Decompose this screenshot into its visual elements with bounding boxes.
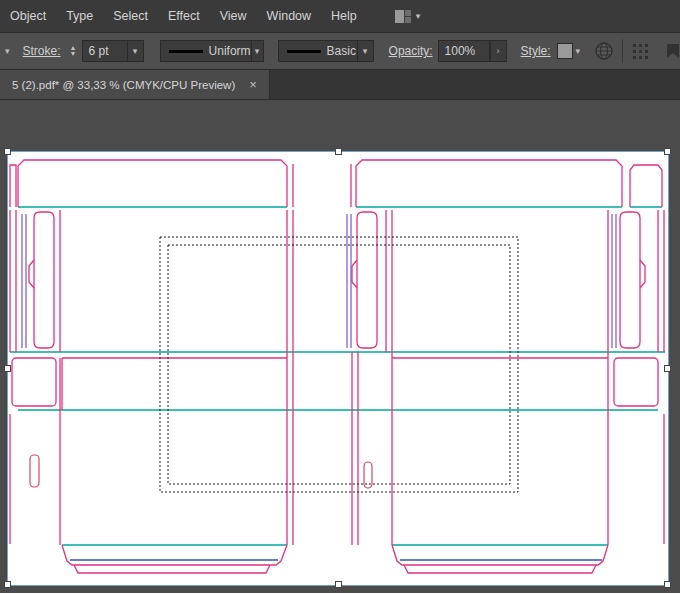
menu-select[interactable]: Select bbox=[103, 9, 158, 23]
menu-type[interactable]: Type bbox=[56, 9, 103, 23]
selection-handle[interactable] bbox=[335, 581, 342, 588]
stroke-weight-value: 6 pt bbox=[83, 44, 115, 58]
basic-brush-preview-icon bbox=[287, 50, 321, 53]
style-label[interactable]: Style: bbox=[521, 44, 551, 58]
appearance-dropdown-chevron-icon[interactable]: ▾ bbox=[5, 47, 10, 56]
selection-handle[interactable] bbox=[664, 581, 671, 588]
chevron-down-icon[interactable]: ▾ bbox=[357, 41, 373, 61]
divider bbox=[622, 39, 623, 63]
canvas[interactable] bbox=[0, 100, 680, 593]
crease-lines bbox=[10, 207, 665, 545]
menu-view[interactable]: View bbox=[210, 9, 257, 23]
opacity-field[interactable]: 100% bbox=[438, 40, 490, 62]
selection-handle[interactable] bbox=[4, 365, 11, 372]
menu-object[interactable]: Object bbox=[0, 9, 56, 23]
selection-handle[interactable] bbox=[4, 581, 11, 588]
stroke-profile-dropdown[interactable]: Uniform ▾ bbox=[160, 40, 264, 62]
cut-lines bbox=[10, 160, 664, 573]
pixel-grid-icon[interactable] bbox=[631, 42, 649, 60]
menu-help[interactable]: Help bbox=[321, 9, 367, 23]
graphic-style-swatch[interactable] bbox=[557, 43, 573, 59]
close-tab-icon[interactable]: × bbox=[249, 77, 257, 92]
document-tab-bar: 5 (2).pdf* @ 33,33 % (CMYK/CPU Preview) … bbox=[0, 70, 680, 100]
selection-handle[interactable] bbox=[335, 148, 342, 155]
chevron-right-icon: › bbox=[497, 47, 500, 56]
artboard[interactable] bbox=[8, 152, 668, 585]
uniform-profile-preview-icon bbox=[169, 50, 203, 53]
opacity-value: 100% bbox=[439, 44, 482, 58]
document-tab[interactable]: 5 (2).pdf* @ 33,33 % (CMYK/CPU Preview) … bbox=[0, 70, 270, 99]
document-tab-title: 5 (2).pdf* @ 33,33 % (CMYK/CPU Preview) bbox=[12, 79, 235, 91]
chevron-down-icon[interactable]: ▾ bbox=[251, 41, 263, 61]
perforation-window bbox=[160, 237, 518, 492]
workspace-switcher-button[interactable]: ▾ bbox=[395, 10, 421, 23]
dieline-drawing[interactable] bbox=[8, 152, 668, 585]
chevron-down-icon[interactable]: ▾ bbox=[576, 47, 581, 56]
stepper-down-icon: ▼ bbox=[67, 51, 80, 57]
workspace-icon bbox=[395, 10, 411, 23]
selection-handle[interactable] bbox=[664, 148, 671, 155]
opacity-expand-button[interactable]: › bbox=[490, 40, 507, 62]
control-bar: ▾ Stroke: ▲▼ 6 pt ▾ Uniform ▾ Basic ▾ Op… bbox=[0, 33, 680, 70]
stroke-weight-stepper[interactable]: ▲▼ bbox=[67, 40, 80, 62]
chevron-down-icon[interactable]: ▾ bbox=[127, 41, 143, 61]
tear-strip-lines bbox=[22, 214, 616, 348]
stroke-weight-combobox[interactable]: 6 pt ▾ bbox=[82, 40, 144, 62]
opacity-label[interactable]: Opacity: bbox=[389, 44, 433, 58]
menu-window[interactable]: Window bbox=[257, 9, 321, 23]
panel-flag-icon[interactable] bbox=[666, 41, 680, 61]
chevron-down-icon: ▾ bbox=[416, 12, 421, 21]
brush-definition-value: Basic bbox=[327, 44, 356, 58]
menu-bar: Object Type Select Effect View Window He… bbox=[0, 0, 680, 33]
thumb-hole-cutouts bbox=[30, 455, 372, 488]
selection-handle[interactable] bbox=[664, 365, 671, 372]
stroke-weight-label[interactable]: Stroke: bbox=[23, 44, 61, 58]
menu-effect[interactable]: Effect bbox=[158, 9, 210, 23]
document-setup-globe-icon[interactable] bbox=[594, 41, 614, 61]
brush-definition-dropdown[interactable]: Basic ▾ bbox=[278, 40, 374, 62]
selection-handle[interactable] bbox=[4, 148, 11, 155]
stroke-profile-value: Uniform bbox=[209, 44, 251, 58]
